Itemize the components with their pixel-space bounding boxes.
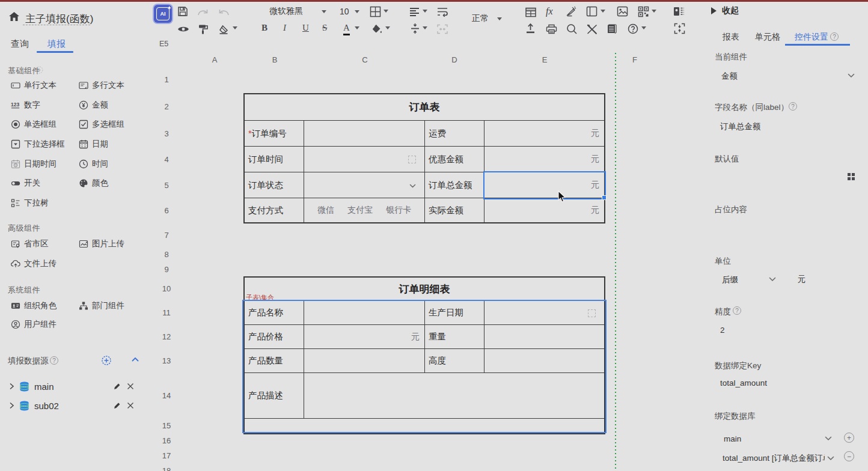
- column-header-a[interactable]: A: [212, 55, 218, 64]
- placeholder-input[interactable]: [720, 223, 840, 233]
- sidebar-item-region[interactable]: 省市区: [11, 239, 49, 249]
- wrap-text-button[interactable]: [437, 6, 448, 18]
- sidebar-item-multi-line-text[interactable]: 多行文本: [79, 80, 124, 91]
- help-caret-icon[interactable]: [641, 26, 646, 29]
- unit-position-select[interactable]: 后缀: [722, 274, 776, 285]
- row-header-4[interactable]: 4: [157, 155, 176, 164]
- order-table-title[interactable]: 订单表: [245, 94, 604, 121]
- sidebar-item-time[interactable]: 时间: [79, 159, 108, 169]
- cell-freight-label[interactable]: 运费: [425, 121, 484, 147]
- formula-grid-icon[interactable]: [847, 172, 855, 181]
- underline-button[interactable]: U: [302, 22, 309, 34]
- row-header-11[interactable]: 11: [157, 308, 176, 317]
- subtable-footer-row[interactable]: [245, 419, 604, 433]
- sidebar-item-dropdown-tree[interactable]: 下拉树: [11, 198, 49, 208]
- sidebar-item-file-upload[interactable]: 文件上传: [11, 258, 57, 269]
- cell-actual-amount-label[interactable]: 实际金额: [425, 198, 484, 222]
- sidebar-item-switch[interactable]: 开关: [11, 178, 40, 189]
- formula-button[interactable]: fx: [546, 5, 553, 17]
- cell-prod-date-label[interactable]: 生产日期: [425, 301, 484, 325]
- row-header-12[interactable]: 12: [157, 332, 176, 341]
- row-header-9[interactable]: 9: [157, 265, 176, 274]
- column-header-f[interactable]: F: [632, 55, 637, 64]
- delete-sub02-icon[interactable]: [127, 402, 134, 409]
- signature-button[interactable]: [566, 5, 577, 17]
- strikethrough-button[interactable]: S: [322, 22, 327, 34]
- datasource-row-main[interactable]: main: [9, 380, 54, 392]
- payment-option-bankcard[interactable]: 银行卡: [386, 205, 411, 216]
- cell-discount-label[interactable]: 优惠金额: [425, 147, 484, 172]
- font-family-select[interactable]: 微软雅黑: [269, 5, 326, 17]
- calculator-button[interactable]: [607, 23, 618, 35]
- sidebar-item-date[interactable]: 日期: [79, 139, 108, 150]
- sidebar-item-department[interactable]: 部门组件: [79, 300, 124, 311]
- insert-image-button[interactable]: [617, 5, 628, 17]
- font-color-button[interactable]: A: [343, 22, 350, 35]
- print-button[interactable]: [546, 23, 557, 35]
- column-header-d[interactable]: D: [451, 55, 457, 64]
- row-header-16[interactable]: 16: [157, 436, 176, 445]
- style-preset-select[interactable]: 正常: [472, 13, 502, 25]
- cell-order-time-label[interactable]: 订单时间: [245, 147, 304, 172]
- sidebar-item-single-line-text[interactable]: 单行文本: [11, 80, 57, 91]
- panel-tab-widget-settings[interactable]: 控件设置: [795, 32, 828, 43]
- fill-color-caret-icon[interactable]: [385, 26, 390, 29]
- current-component-select[interactable]: 金额: [721, 70, 855, 82]
- payment-option-alipay[interactable]: 支付宝: [347, 205, 373, 216]
- binding-key-input[interactable]: total_amount: [720, 378, 767, 387]
- cell-height-label[interactable]: 高度: [425, 349, 484, 373]
- redo-button[interactable]: [197, 7, 209, 19]
- sidebar-item-color[interactable]: 颜色: [79, 178, 108, 189]
- panel-tab-cell[interactable]: 单元格: [755, 32, 780, 43]
- row-header-2[interactable]: 2: [157, 102, 176, 111]
- save-button[interactable]: [177, 5, 188, 17]
- payment-option-wechat[interactable]: 微信: [317, 205, 334, 216]
- expand-chevron-icon[interactable]: [9, 402, 14, 409]
- bold-button[interactable]: B: [261, 22, 267, 34]
- row-header-13[interactable]: 13: [157, 356, 176, 365]
- eraser-caret-icon[interactable]: [233, 26, 237, 29]
- line-spacing-caret-icon[interactable]: [423, 26, 427, 29]
- help-button[interactable]: [628, 23, 638, 35]
- selection-fill-handle[interactable]: [602, 195, 607, 200]
- precision-help-icon[interactable]: [733, 306, 741, 315]
- insert-table-button[interactable]: [525, 6, 536, 18]
- row-header-15[interactable]: 15: [157, 421, 176, 430]
- widget-settings-help-icon[interactable]: [830, 32, 839, 41]
- cell-prod-date-input[interactable]: [484, 301, 604, 325]
- cell-product-name-input[interactable]: [304, 301, 425, 325]
- collapse-datasource-icon[interactable]: [132, 357, 139, 362]
- preview-eye-button[interactable]: [177, 23, 189, 35]
- column-header-c[interactable]: C: [362, 55, 367, 64]
- upload-button[interactable]: [525, 22, 536, 34]
- qrcode-caret-icon[interactable]: [652, 10, 656, 13]
- cell-total-amount-label[interactable]: 订单总金额: [425, 172, 484, 198]
- eraser-button[interactable]: [218, 23, 229, 35]
- cell-product-qty-input[interactable]: [304, 349, 425, 373]
- row-header-18[interactable]: 18: [157, 466, 176, 471]
- delete-main-icon[interactable]: [127, 383, 134, 390]
- cell-payment-label[interactable]: 支付方式: [245, 198, 304, 222]
- sidebar-item-radio-group[interactable]: 单选框组: [11, 119, 57, 130]
- cell-weight-label[interactable]: 重量: [425, 325, 484, 349]
- ai-assistant-button[interactable]: AI✦: [154, 5, 172, 23]
- cell-actual-amount-input[interactable]: 元: [484, 198, 604, 222]
- row-header-3[interactable]: 3: [157, 129, 176, 138]
- sidebar-item-org-role[interactable]: 组织角色: [11, 300, 57, 311]
- add-datasource-icon[interactable]: [102, 356, 111, 365]
- align-caret-icon[interactable]: [423, 10, 427, 13]
- merge-cells-button[interactable]: [437, 23, 448, 35]
- row-header-14[interactable]: 14: [157, 391, 176, 400]
- format-painter-button[interactable]: [198, 23, 208, 35]
- cell-order-status-label[interactable]: 订单状态: [245, 172, 304, 198]
- search-button[interactable]: [566, 23, 577, 35]
- cell-order-status-input[interactable]: [304, 172, 425, 198]
- cell-product-desc-input[interactable]: [304, 373, 604, 419]
- tools-button[interactable]: [587, 23, 598, 35]
- split-panel-button[interactable]: [586, 5, 598, 17]
- sidebar-item-datetime[interactable]: 日期时间: [11, 159, 57, 169]
- borders-caret-icon[interactable]: [384, 10, 388, 13]
- sidebar-item-dropdown-select[interactable]: 下拉选择框: [11, 139, 65, 150]
- row-header-1[interactable]: 1: [157, 75, 176, 84]
- precision-input[interactable]: 2: [720, 326, 725, 335]
